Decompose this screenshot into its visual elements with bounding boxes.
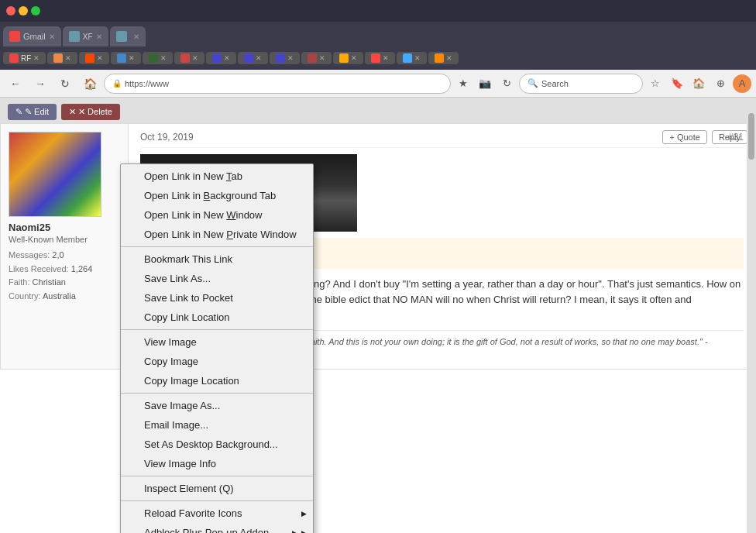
ctx-reload-icons-label: Reload Favorite Icons [144, 507, 242, 519]
bm-tab-13[interactable]: ✕ [397, 52, 427, 64]
ctx-copy-image-location[interactable]: Copy Image Location [121, 371, 313, 390]
ctx-open-new-window-label: Open Link in New Window [144, 209, 262, 221]
bm-tab-11-close[interactable]: ✕ [351, 54, 357, 62]
ctx-save-pocket[interactable]: Save Link to Pocket [121, 288, 313, 308]
bm-tab-7-close[interactable]: ✕ [224, 54, 230, 62]
bm-tab-14-icon [435, 53, 444, 63]
bm-tab-5-icon [149, 53, 158, 63]
screenshot-button[interactable]: 📷 [476, 74, 494, 93]
ctx-open-background-tab-label: Open Link in Background Tab [144, 190, 276, 201]
bm-tab-2[interactable]: ✕ [47, 52, 77, 64]
bm-tab-9[interactable]: ✕ [270, 52, 300, 64]
ctx-sep-1 [121, 246, 313, 247]
ctx-save-image-as[interactable]: Save Image As... [121, 396, 313, 415]
bm-tab-5[interactable]: ✕ [143, 52, 173, 64]
ctx-adblock-addon[interactable]: Adblock Plus Pop-up Addon ▶ [121, 523, 313, 533]
bm-tab-14-close[interactable]: ✕ [446, 54, 452, 62]
ctx-open-new-window[interactable]: Open Link in New Window [121, 205, 313, 225]
ctx-view-image[interactable]: View Image [121, 332, 313, 352]
bm-tab-2-icon [53, 53, 63, 63]
bm-tab-12-close[interactable]: ✕ [383, 54, 389, 62]
bm-tab-1-label: RF [21, 54, 31, 63]
tab-3[interactable]: ✕ [110, 26, 146, 46]
ctx-inspect-element[interactable]: Inspect Element (Q) [121, 479, 313, 498]
ctx-copy-image[interactable]: Copy Image [121, 352, 313, 371]
bm-tab-10-close[interactable]: ✕ [319, 54, 325, 62]
bm-tab-6[interactable]: ✕ [174, 52, 204, 64]
ctx-sep-4 [121, 476, 313, 476]
ctx-sep-5 [121, 500, 313, 501]
tab-2[interactable]: XF ✕ [63, 26, 108, 46]
bm-tab-4-close[interactable]: ✕ [129, 54, 135, 62]
ctx-bookmark-link[interactable]: Bookmark This Link [121, 249, 313, 269]
tab-gmail-close[interactable]: ✕ [49, 33, 55, 41]
bm-tab-7-icon [212, 53, 222, 63]
search-label: Search [541, 79, 569, 88]
bm-tab-12-icon [371, 53, 380, 63]
bm-tab-10[interactable]: ✕ [301, 52, 332, 64]
overflow-button[interactable]: ⊕ [711, 74, 730, 93]
search-icon: 🔍 [527, 78, 538, 88]
tab-3-close[interactable]: ✕ [133, 33, 139, 41]
tab-3-icon [116, 31, 127, 42]
tab-gmail-label: Gmail [23, 32, 46, 41]
ctx-adblock-addon-label: Adblock Plus Pop-up Addon [144, 527, 269, 533]
bm-tab-11-icon [339, 53, 349, 63]
bm-tab-5-close[interactable]: ✕ [160, 54, 167, 62]
ctx-view-image-label: View Image [144, 336, 197, 348]
maximize-button[interactable] [31, 6, 40, 15]
bm-tab-1[interactable]: RF ✕ [3, 52, 46, 64]
ctx-bookmark-link-label: Bookmark This Link [144, 253, 232, 265]
ctx-open-private-window[interactable]: Open Link in New Private Window [121, 225, 313, 244]
back-button[interactable]: ← [5, 73, 26, 95]
ctx-email-image[interactable]: Email Image... [121, 415, 313, 435]
ctx-copy-link-location-label: Copy Link Location [144, 311, 230, 323]
bm-tab-8-close[interactable]: ✕ [256, 54, 262, 62]
ctx-copy-link-location[interactable]: Copy Link Location [121, 308, 313, 327]
bm-tab-2-close[interactable]: ✕ [65, 54, 71, 62]
forward-button[interactable]: → [29, 73, 51, 95]
search-bar[interactable]: 🔍 Search [519, 74, 643, 94]
bookmark-star-button[interactable]: ★ [454, 74, 472, 93]
page-content: ✎ ✎ Edit ✕ ✕ Delete Naomi25 Well-Known M… [0, 98, 756, 533]
menu-button[interactable]: 🏠 [689, 74, 708, 93]
pocket-button[interactable]: 🔖 [668, 74, 686, 93]
tab-gmail[interactable]: Gmail ✕ [3, 26, 61, 46]
ctx-save-image-as-label: Save Image As... [144, 400, 220, 411]
ctx-open-new-tab-label: Open Link in New Tab [144, 170, 242, 182]
ctx-copy-image-label: Copy Image [144, 356, 198, 367]
bm-tab-14[interactable]: ✕ [428, 52, 459, 64]
bm-tab-11[interactable]: ✕ [333, 52, 363, 64]
home-button[interactable]: 🏠 [79, 73, 101, 95]
reload-icon-button[interactable]: ↻ [497, 74, 516, 93]
reload-button[interactable]: ↻ [54, 73, 76, 95]
bm-tab-1-close[interactable]: ✕ [33, 54, 40, 62]
bm-tab-6-icon [180, 53, 190, 63]
bm-tab-3-close[interactable]: ✕ [97, 54, 103, 62]
bm-tab-12[interactable]: ✕ [365, 52, 395, 64]
ctx-open-new-tab[interactable]: Open Link in New Tab [121, 167, 313, 186]
bm-tab-7[interactable]: ✕ [206, 52, 236, 64]
star-icon-button[interactable]: ☆ [646, 74, 665, 93]
bm-tab-4[interactable]: ✕ [111, 52, 141, 64]
ctx-set-desktop-bg[interactable]: Set As Desktop Background... [121, 435, 313, 454]
ctx-view-image-info[interactable]: View Image Info [121, 454, 313, 473]
ctx-reload-icons[interactable]: Reload Favorite Icons [121, 504, 313, 523]
bm-tab-3[interactable]: ✕ [79, 52, 109, 64]
ctx-adblock-arrow-icon: ▶ [292, 529, 297, 534]
tab-gmail-icon [9, 31, 20, 42]
minimize-button[interactable] [19, 6, 28, 15]
ctx-sep-2 [121, 329, 313, 330]
close-button[interactable] [6, 6, 15, 15]
tab-2-close[interactable]: ✕ [96, 33, 102, 41]
bm-tab-13-close[interactable]: ✕ [414, 54, 421, 62]
url-bar[interactable]: 🔒 https://www [104, 74, 451, 94]
tab-2-icon [69, 31, 80, 42]
addon-button[interactable]: A [733, 74, 751, 93]
bm-tab-6-close[interactable]: ✕ [192, 54, 198, 62]
bm-tab-10-icon [308, 53, 317, 63]
bm-tab-9-close[interactable]: ✕ [287, 54, 294, 62]
ctx-open-background-tab[interactable]: Open Link in Background Tab [121, 186, 313, 205]
bm-tab-8[interactable]: ✕ [238, 52, 268, 64]
ctx-save-link-as[interactable]: Save Link As... [121, 269, 313, 288]
